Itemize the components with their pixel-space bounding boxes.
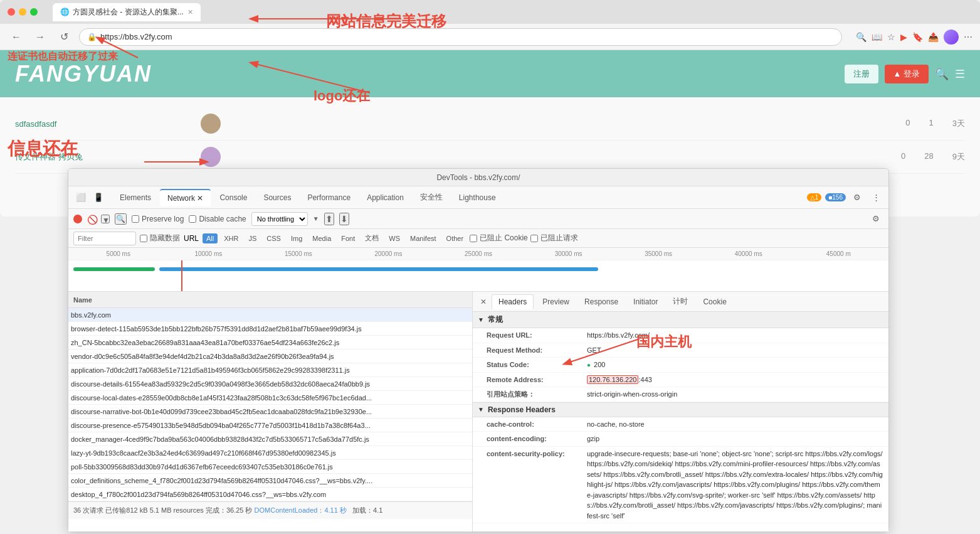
main-split: Name bbs.v2fy.com browser-detect-115ab59… xyxy=(68,292,888,531)
browser-tab[interactable]: 🌐 方圆灵感社会 - 资源达人的集聚... ✕ xyxy=(53,3,201,21)
panel-tab-response[interactable]: Response xyxy=(578,295,624,309)
import-har-button[interactable]: ⬆ xyxy=(324,213,334,225)
refresh-button[interactable]: ↺ xyxy=(55,28,73,46)
filter-css[interactable]: CSS xyxy=(263,233,285,243)
search-icon[interactable]: 🔍 xyxy=(856,32,867,42)
tab-console[interactable]: Console xyxy=(212,190,255,206)
url-bar[interactable]: 🔒 https://bbs.v2fy.com xyxy=(79,28,842,46)
filter-manifest[interactable]: Manifest xyxy=(406,233,440,243)
file-row-10[interactable]: lazy-yt-9db193c8caacf2e3b3a24ed4c63699ad… xyxy=(68,446,472,460)
panel-tab-headers[interactable]: Headers xyxy=(492,294,534,309)
panel-tab-timing[interactable]: 计时 xyxy=(667,294,694,309)
tab-application[interactable]: Application xyxy=(359,190,411,206)
preserve-log-checkbox[interactable]: Preserve log xyxy=(132,215,184,223)
forum-stats-1: 0 1 3天 xyxy=(905,118,965,129)
general-section-header[interactable]: ▼ 常规 xyxy=(473,312,888,328)
forum-title-2: 传文件神器 拷贝兔 xyxy=(15,151,191,163)
devtools-customize-button[interactable]: ⋮ xyxy=(868,190,883,205)
filter-other[interactable]: Other xyxy=(443,233,468,243)
file-row-12[interactable]: color_definitions_scheme_4_f780c2f001d23… xyxy=(68,474,472,488)
share-icon[interactable]: 📤 xyxy=(928,32,939,42)
throttle-select[interactable]: No throttling xyxy=(251,212,308,226)
file-name-1: browser-detect-115ab5953de1b5bb122bfb26b… xyxy=(71,325,470,333)
hide-data-label: 隐藏数据 xyxy=(150,233,180,243)
tab-security[interactable]: 安全性 xyxy=(413,188,450,206)
hide-data-checkbox[interactable]: 隐藏数据 xyxy=(140,233,180,243)
filter-bar: 隐藏数据 URL All XHR JS CSS Img Media Font 文… xyxy=(68,229,888,248)
file-list-footer: 36 次请求 已传输812 kB 5.1 MB resources 完成：36.… xyxy=(68,501,472,519)
file-row-3[interactable]: vendor-d0c9e6c505a84fa8f3e94def4d2b21ca2… xyxy=(68,350,472,363)
tab-sources[interactable]: Sources xyxy=(256,190,298,206)
file-row-11[interactable]: poll-5bb33009568d83dd30b97d4d1d6367efb67… xyxy=(68,460,472,474)
status-code-value: ● 200 xyxy=(587,360,605,370)
filter-doc[interactable]: 文档 xyxy=(361,232,382,244)
register-button[interactable]: 注册 xyxy=(845,65,878,83)
filter-input[interactable] xyxy=(73,232,136,245)
device-toolbar-button[interactable]: 📱 xyxy=(91,190,106,205)
user-avatar[interactable] xyxy=(944,29,959,45)
disable-cache-input[interactable] xyxy=(189,215,196,223)
forward-button[interactable]: → xyxy=(31,28,49,46)
panel-tab-cookie[interactable]: Cookie xyxy=(697,295,732,309)
blocked-request-input[interactable] xyxy=(530,235,538,242)
devtools-title: DevTools - bbs.v2fy.com/ xyxy=(436,173,520,182)
network-settings-button[interactable]: ⚙ xyxy=(868,211,883,227)
menu-icon[interactable]: ⋯ xyxy=(964,32,972,42)
search-header-icon[interactable]: 🔍 xyxy=(935,67,949,81)
filter-font[interactable]: Font xyxy=(337,233,359,243)
tab-lighthouse[interactable]: Lighthouse xyxy=(451,190,503,206)
file-row-6[interactable]: discourse-local-dates-e28559e00db8cb8e1a… xyxy=(68,391,472,405)
devtools-settings-button[interactable]: ⚙ xyxy=(850,190,865,205)
star-icon[interactable]: ☆ xyxy=(887,32,895,42)
record-button[interactable] xyxy=(73,215,82,223)
login-button[interactable]: ▲ 登录 xyxy=(885,65,929,83)
file-row-5[interactable]: discourse-details-61554ea83ad59329c2d5c9… xyxy=(68,377,472,391)
response-headers-section-header[interactable]: ▼ Response Headers xyxy=(473,402,888,417)
bookmark-icon[interactable]: 🔖 xyxy=(912,32,923,42)
file-row-8[interactable]: discourse-presence-e575490133b5e948d5db0… xyxy=(68,419,472,432)
tab-performance[interactable]: Performance xyxy=(300,190,358,206)
file-row-2[interactable]: zh_CN-5bcabbc32ea3ebac26689a831aaa43ea81… xyxy=(68,336,472,350)
file-row-7[interactable]: discourse-narrative-bot-0b1e40d099d739ce… xyxy=(68,405,472,419)
tab-network[interactable]: Network ✕ xyxy=(160,189,211,206)
tab-close-icon[interactable]: ✕ xyxy=(187,8,193,16)
close-panel-button[interactable]: ✕ xyxy=(478,296,489,307)
file-row-4[interactable]: application-7d0dc2df17a0683e51e7121d5a81… xyxy=(68,363,472,377)
stat-replies-2: 0 xyxy=(901,151,905,163)
hide-data-input[interactable] xyxy=(140,235,147,242)
panel-tab-preview[interactable]: Preview xyxy=(536,295,576,309)
file-row-9[interactable]: docker_manager-4ced9f9c7bda9ba563c04006d… xyxy=(68,432,472,446)
blocked-cookie-checkbox[interactable]: 已阻止 Cookie xyxy=(470,233,528,243)
disable-cache-checkbox[interactable]: Disable cache xyxy=(189,215,246,223)
preserve-log-input[interactable] xyxy=(132,215,139,223)
filter-button[interactable]: ▼ xyxy=(101,215,110,223)
youtube-icon[interactable]: ▶ xyxy=(900,32,907,42)
stat-views-1: 1 xyxy=(929,118,934,129)
tab-elements[interactable]: Elements xyxy=(112,190,159,206)
back-button[interactable]: ← xyxy=(8,28,25,46)
file-row-1[interactable]: browser-detect-115ab5953de1b5bb122bfb26b… xyxy=(68,322,472,336)
filter-media[interactable]: Media xyxy=(308,233,335,243)
search-network-button[interactable]: 🔍 xyxy=(115,213,127,225)
timeline-bar-blue xyxy=(159,267,598,271)
minimize-button[interactable] xyxy=(19,8,26,16)
clear-button[interactable]: 🚫 xyxy=(87,215,96,223)
filter-img[interactable]: Img xyxy=(287,233,306,243)
close-button[interactable] xyxy=(8,8,15,16)
filter-all[interactable]: All xyxy=(203,233,218,243)
file-row-bbs[interactable]: bbs.v2fy.com xyxy=(68,308,472,322)
file-name-6: discourse-local-dates-e28559e00db8cb8e1a… xyxy=(71,394,470,402)
reader-icon[interactable]: 📖 xyxy=(872,32,882,42)
filter-js[interactable]: JS xyxy=(245,233,260,243)
filter-xhr[interactable]: XHR xyxy=(220,233,242,243)
csp-key: content-security-policy: xyxy=(487,449,587,521)
blocked-request-checkbox[interactable]: 已阻止请求 xyxy=(530,233,578,243)
blocked-cookie-input[interactable] xyxy=(470,235,477,242)
export-har-button[interactable]: ⬇ xyxy=(339,213,349,225)
maximize-button[interactable] xyxy=(30,8,38,16)
panel-tab-initiator[interactable]: Initiator xyxy=(627,295,664,309)
filter-ws[interactable]: WS xyxy=(385,233,404,243)
file-row-13[interactable]: desktop_4_f780c2f001d23d794fa569b8264ff0… xyxy=(68,488,472,501)
inspect-element-button[interactable]: ⬜ xyxy=(73,190,88,205)
menu-header-icon[interactable]: ☰ xyxy=(955,67,965,81)
